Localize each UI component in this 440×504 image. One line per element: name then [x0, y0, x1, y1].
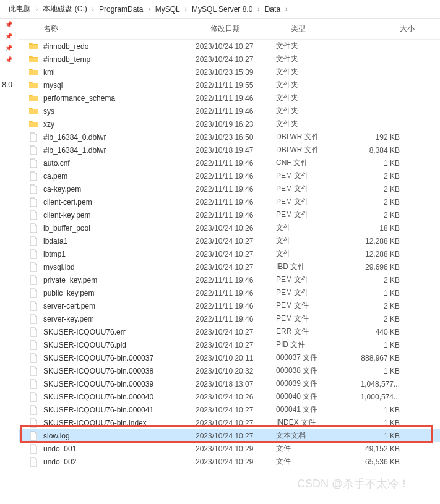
- file-name: ib_buffer_pool: [43, 224, 196, 233]
- file-row[interactable]: client-cert.pem2022/11/11 19:46PEM 文件2 K…: [19, 195, 440, 208]
- file-row[interactable]: undo_0022023/10/24 10:29文件65,536 KB: [19, 455, 440, 468]
- file-name: ca.pem: [43, 172, 196, 181]
- file-name: ca-key.pem: [43, 185, 196, 194]
- file-size: 1 KB: [350, 367, 412, 375]
- file-name: undo_001: [43, 445, 196, 453]
- file-row[interactable]: SKUSER-ICQOUU76-bin.0000392023/10/18 13:…: [19, 377, 440, 390]
- column-header-type[interactable]: 类型: [291, 23, 365, 34]
- file-row[interactable]: ibdata12023/10/24 10:27文件12,288 KB: [19, 234, 440, 247]
- file-name: ibdata1: [43, 237, 196, 246]
- file-row[interactable]: SKUSER-ICQOUU76.pid2023/10/24 10:27PID 文…: [19, 338, 440, 351]
- breadcrumb-separator-icon: ›: [183, 6, 189, 12]
- file-date: 2023/10/23 15:39: [196, 68, 276, 77]
- file-type: 文件: [276, 236, 350, 246]
- file-row[interactable]: private_key.pem2022/11/11 19:46PEM 文件2 K…: [19, 273, 440, 286]
- file-type: 文件: [276, 223, 350, 233]
- file-row[interactable]: ca-key.pem2022/11/11 19:46PEM 文件2 KB: [19, 182, 440, 195]
- file-size: 49,152 KB: [350, 445, 412, 453]
- file-size: 29,696 KB: [350, 263, 412, 271]
- file-size: 2 KB: [350, 211, 412, 220]
- file-name: #ib_16384_1.dblwr: [43, 146, 196, 155]
- file-row[interactable]: ibtmp12023/10/24 10:27文件12,288 KB: [19, 247, 440, 260]
- breadcrumb-item[interactable]: 此电脑: [6, 2, 33, 15]
- file-size: 12,288 KB: [350, 250, 412, 258]
- file-date: 2023/10/24 10:26: [196, 393, 276, 401]
- pin-icon: 📌: [0, 19, 12, 30]
- breadcrumb-item[interactable]: MySQL Server 8.0: [189, 4, 255, 15]
- file-row[interactable]: #ib_16384_1.dblwr2023/10/18 19:47DBLWR 文…: [19, 143, 440, 156]
- file-type: DBLWR 文件: [276, 145, 350, 155]
- file-row[interactable]: sys2022/11/11 19:46文件夹: [19, 105, 440, 117]
- file-row[interactable]: ca.pem2022/11/11 19:46PEM 文件2 KB: [19, 169, 440, 182]
- file-row[interactable]: mysql2022/11/11 19:55文件夹: [19, 79, 440, 92]
- file-date: 2022/11/11 19:46: [196, 211, 276, 220]
- sidebar-truncated-label[interactable]: r 8.0: [0, 80, 12, 89]
- pin-icon: 📌: [0, 30, 12, 42]
- file-row[interactable]: SKUSER-ICQOUU76-bin.0000372023/10/10 20:…: [19, 351, 440, 364]
- file-icon: [28, 366, 38, 376]
- file-icon: [28, 249, 38, 259]
- file-date: 2022/11/11 19:46: [196, 107, 276, 116]
- file-row[interactable]: undo_0012023/10/24 10:29文件49,152 KB: [19, 442, 440, 455]
- file-name: #innodb_temp: [43, 55, 196, 64]
- file-row[interactable]: SKUSER-ICQOUU76-bin.index2023/10/24 10:2…: [19, 416, 440, 429]
- file-icon: [28, 197, 38, 207]
- file-icon: [28, 132, 38, 142]
- file-size: 1 KB: [350, 289, 412, 297]
- file-row[interactable]: #ib_16384_0.dblwr2023/10/23 16:50DBLWR 文…: [19, 130, 440, 143]
- file-name: undo_002: [43, 458, 196, 466]
- file-row[interactable]: SKUSER-ICQOUU76-bin.0000402023/10/24 10:…: [19, 390, 440, 403]
- file-name: auto.cnf: [43, 159, 196, 168]
- file-row[interactable]: client-key.pem2022/11/11 19:46PEM 文件2 KB: [19, 208, 440, 221]
- file-row[interactable]: #innodb_temp2023/10/24 10:27文件夹: [19, 53, 440, 66]
- file-type: PEM 文件: [276, 210, 350, 220]
- file-date: 2023/10/10 20:11: [196, 354, 276, 362]
- file-icon: [28, 301, 38, 311]
- file-date: 2022/11/11 19:46: [196, 198, 276, 207]
- file-row[interactable]: public_key.pem2022/11/11 19:46PEM 文件1 KB: [19, 286, 440, 299]
- file-icon: [28, 418, 38, 428]
- breadcrumb-item[interactable]: MySQL: [153, 4, 183, 15]
- file-date: 2023/10/24 10:27: [196, 406, 276, 414]
- file-row[interactable]: server-cert.pem2022/11/11 19:46PEM 文件2 K…: [19, 299, 440, 312]
- file-icon: [28, 288, 38, 298]
- file-row[interactable]: ib_buffer_pool2023/10/24 10:26文件18 KB: [19, 221, 440, 234]
- breadcrumb-separator-icon: ›: [145, 6, 152, 12]
- file-row[interactable]: SKUSER-ICQOUU76.err2023/10/24 10:27ERR 文…: [19, 325, 440, 338]
- file-row[interactable]: SKUSER-ICQOUU76-bin.0000412023/10/24 10:…: [19, 403, 440, 416]
- file-row[interactable]: SKUSER-ICQOUU76-bin.0000382023/10/10 20:…: [19, 364, 440, 377]
- column-header-date[interactable]: 修改日期: [210, 23, 291, 34]
- folder-icon: [28, 54, 38, 64]
- breadcrumb-item[interactable]: ProgramData: [97, 4, 145, 15]
- file-size: 2 KB: [350, 315, 412, 323]
- file-name: client-cert.pem: [43, 198, 196, 207]
- file-icon: [28, 457, 38, 467]
- file-date: 2023/10/24 10:29: [196, 445, 276, 453]
- file-size: 2 KB: [350, 172, 412, 181]
- file-row[interactable]: server-key.pem2022/11/11 19:46PEM 文件2 KB: [19, 312, 440, 325]
- file-name: #innodb_redo: [43, 42, 196, 51]
- file-name: ibtmp1: [43, 250, 196, 258]
- file-name: SKUSER-ICQOUU76-bin.000037: [43, 354, 196, 362]
- file-type: 文件夹: [276, 106, 350, 116]
- file-row[interactable]: #innodb_redo2023/10/24 10:27文件夹: [19, 40, 440, 53]
- file-row[interactable]: mysql.ibd2023/10/24 10:27IBD 文件29,696 KB: [19, 260, 440, 273]
- breadcrumb[interactable]: 此电脑›本地磁盘 (C:)›ProgramData›MySQL›MySQL Se…: [0, 0, 440, 19]
- column-header-name[interactable]: 名称: [43, 23, 210, 34]
- file-row[interactable]: performance_schema2022/11/11 19:46文件夹: [19, 92, 440, 105]
- column-header-size[interactable]: 大小: [365, 23, 427, 34]
- file-type: 文件夹: [276, 41, 350, 51]
- file-size: 1 KB: [350, 419, 412, 427]
- file-date: 2022/11/11 19:46: [196, 94, 276, 103]
- file-row[interactable]: slow.log2023/10/24 10:27文本文档1 KB: [19, 429, 440, 442]
- file-row[interactable]: xzy2023/10/19 16:23文件夹: [19, 117, 440, 130]
- file-date: 2023/10/24 10:27: [196, 432, 276, 440]
- breadcrumb-item[interactable]: 本地磁盘 (C:): [40, 2, 89, 15]
- file-size: 1,048,577...: [350, 380, 412, 388]
- breadcrumb-item[interactable]: Data: [262, 4, 283, 15]
- file-row[interactable]: auto.cnf2022/11/11 19:46CNF 文件1 KB: [19, 156, 440, 169]
- file-row[interactable]: kml2023/10/23 15:39文件夹: [19, 66, 440, 79]
- file-date: 2022/11/11 19:55: [196, 81, 276, 90]
- file-type: 文本文档: [276, 430, 350, 441]
- column-headers[interactable]: 名称 修改日期 类型 大小: [19, 19, 440, 40]
